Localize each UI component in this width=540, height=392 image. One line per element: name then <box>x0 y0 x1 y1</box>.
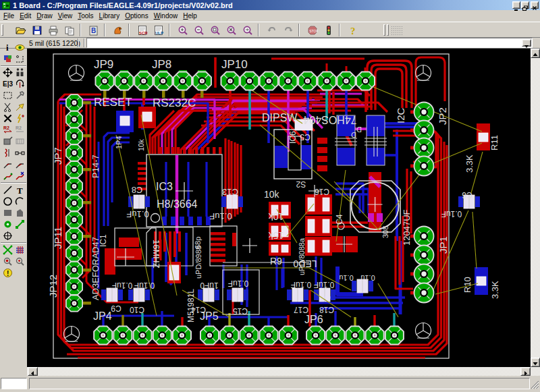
svg-text:0.1uF: 0.1uF <box>112 281 133 290</box>
svg-text:P14-7: P14-7 <box>90 155 101 178</box>
svg-text:0.1uF: 0.1uF <box>228 279 249 288</box>
svg-text:?: ? <box>350 26 356 36</box>
svg-text:0.1u: 0.1u <box>360 274 375 282</box>
svg-text:H8/3664: H8/3664 <box>157 198 198 210</box>
svg-text:C5: C5 <box>300 132 310 142</box>
svg-text:74HOS404: 74HOS404 <box>303 114 356 125</box>
svg-text:T: T <box>17 186 23 195</box>
svg-text:0.1uF: 0.1uF <box>314 280 335 289</box>
svg-text:R11: R11 <box>489 135 500 150</box>
svg-text:RESET: RESET <box>94 96 132 109</box>
svg-text:3.3K: 3.3K <box>464 155 475 173</box>
svg-text:uPD/8088a: uPD/8088a <box>298 237 306 275</box>
svg-text:JP4: JP4 <box>93 310 112 322</box>
svg-text:C13: C13 <box>222 187 238 197</box>
svg-text:JP12: JP12 <box>47 275 59 298</box>
svg-text:0.1uF: 0.1uF <box>209 211 232 221</box>
svg-text:1uF0: 1uF0 <box>200 281 219 290</box>
svg-text:12047UF: 12047UF <box>402 209 412 246</box>
svg-text:C9: C9 <box>111 304 122 313</box>
svg-text:DIPSW: DIPSW <box>262 112 298 123</box>
svg-text:B: B <box>91 27 96 34</box>
svg-text:uPD/8988: uPD/8988 <box>194 246 202 279</box>
svg-text:C6: C6 <box>462 190 473 200</box>
svg-text:0.1uF: 0.1uF <box>291 280 312 289</box>
svg-text:JP5: JP5 <box>200 310 219 322</box>
svg-text:C16: C16 <box>315 187 329 196</box>
svg-text:JP11: JP11 <box>52 227 63 249</box>
svg-text:10k: 10k <box>264 189 280 200</box>
svg-text:i: i <box>6 43 9 53</box>
svg-text:JP6: JP6 <box>304 314 323 325</box>
svg-text:308: 308 <box>381 226 389 238</box>
svg-text:C18: C18 <box>319 305 334 314</box>
svg-text:10k: 10k <box>137 139 145 151</box>
svg-text:JP8: JP8 <box>152 58 171 71</box>
svg-text:JP9: JP9 <box>94 58 113 71</box>
svg-text:D: D <box>351 131 356 139</box>
svg-text:68p: 68p <box>194 237 202 249</box>
svg-text:0.1uF: 0.1uF <box>134 281 155 290</box>
svg-text:E|3: E|3 <box>3 80 13 88</box>
svg-text:JP10: JP10 <box>221 58 248 71</box>
svg-text:C4: C4 <box>335 214 344 225</box>
svg-text:M51981L: M51981L <box>186 289 196 323</box>
svg-text:0.1u: 0.1u <box>339 274 353 282</box>
svg-text:SCR: SCR <box>139 31 148 35</box>
svg-text:C17: C17 <box>294 305 308 314</box>
svg-text:R2: R2 <box>3 125 9 130</box>
svg-text:IC3: IC3 <box>156 181 173 192</box>
svg-text:JP7: JP7 <box>52 147 63 165</box>
svg-text:10k: 10k <box>268 211 284 222</box>
svg-text:RS232C: RS232C <box>153 96 196 109</box>
svg-text:ULP: ULP <box>155 31 163 35</box>
svg-text:D: D <box>356 125 362 134</box>
svg-text:3.3K: 3.3K <box>490 281 500 299</box>
svg-text:C15: C15 <box>233 306 248 316</box>
svg-text:R2: R2 <box>16 125 22 130</box>
svg-text:C10: C10 <box>130 305 144 314</box>
svg-text:15k: 15k <box>268 230 284 241</box>
svg-text:0.1uF: 0.1uF <box>126 209 148 219</box>
svg-text:S2: S2 <box>296 179 306 189</box>
svg-text:0.1uF: 0.1uF <box>441 209 462 219</box>
svg-text:JP2: JP2 <box>437 107 448 125</box>
svg-text:R9: R9 <box>270 256 282 267</box>
svg-text:IC6: IC6 <box>288 131 298 144</box>
svg-text:IC1: IC1 <box>99 234 108 247</box>
svg-text:C8: C8 <box>132 185 143 195</box>
svg-text:STOP: STOP <box>309 29 318 33</box>
svg-text:R10: R10 <box>462 277 473 293</box>
svg-text:16MHZ: 16MHZ <box>151 240 161 269</box>
svg-text:1P4: 1P4 <box>115 136 123 149</box>
svg-text:JP1: JP1 <box>437 236 449 254</box>
svg-text:!: ! <box>7 269 9 277</box>
svg-text:I2C: I2C <box>395 107 406 123</box>
